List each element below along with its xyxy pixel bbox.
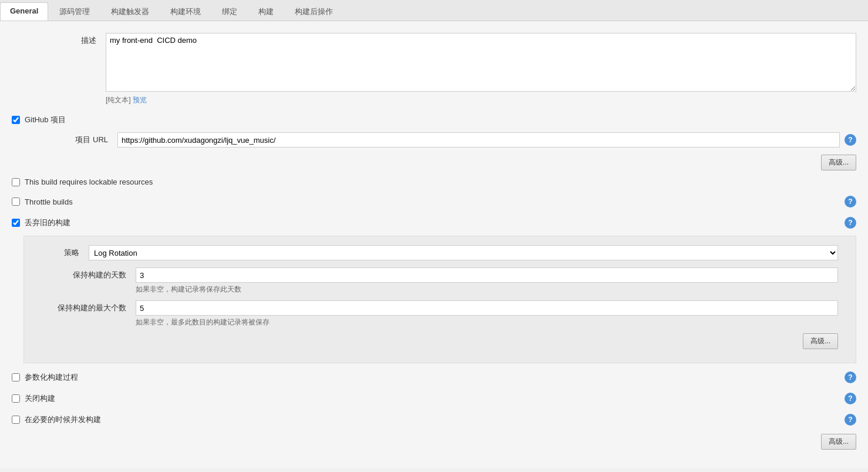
lockable-row: This build requires lockable resources [12, 175, 856, 189]
description-row: 描述 [纯文本] 预览 [12, 33, 856, 105]
tab-post-build[interactable]: 构建后操作 [285, 2, 343, 21]
concurrent-checkbox[interactable] [12, 416, 20, 424]
max-input[interactable] [136, 300, 838, 316]
project-url-row: 项目 URL ? [23, 132, 856, 148]
description-preview-links: [纯文本] 预览 [106, 95, 856, 105]
lockable-label[interactable]: This build requires lockable resources [25, 178, 153, 186]
disable-build-help-icon[interactable]: ? [845, 393, 856, 404]
strategy-label: 策略 [42, 247, 89, 258]
preview-link[interactable]: 预览 [133, 96, 147, 104]
max-row: 保持构建的最大个数 如果非空，最多此数目的构建记录将被保存 [42, 300, 838, 327]
project-url-label: 项目 URL [23, 132, 117, 145]
advanced-button[interactable]: 高级... [821, 155, 856, 170]
throttle-label[interactable]: Throttle builds [25, 197, 73, 206]
days-hint: 如果非空，构建记录将保存此天数 [136, 284, 838, 294]
tab-build-environment[interactable]: 构建环境 [160, 2, 211, 21]
tab-bar: General 源码管理 构建触发器 构建环境 绑定 构建 构建后操作 [0, 0, 868, 21]
disable-build-label[interactable]: 关闭构建 [25, 393, 55, 404]
url-help-icon[interactable]: ? [845, 134, 856, 146]
lockable-checkbox[interactable] [12, 178, 20, 186]
parameterized-label[interactable]: 参数化构建过程 [25, 372, 78, 383]
days-control: 如果非空，构建记录将保存此天数 [136, 267, 838, 294]
url-input-row: ? [117, 132, 856, 148]
tab-build[interactable]: 构建 [248, 2, 284, 21]
max-label: 保持构建的最大个数 [42, 300, 136, 313]
advanced-button-row: 高级... [12, 155, 856, 170]
max-hint: 如果非空，最多此数目的构建记录将被保存 [136, 317, 838, 327]
strategy-select[interactable]: Log Rotation [89, 245, 838, 260]
bottom-advanced-button-row: 高级... [12, 434, 856, 450]
bottom-advanced-button[interactable]: 高级... [821, 434, 856, 450]
days-label: 保持构建的天数 [42, 267, 136, 280]
concurrent-label[interactable]: 在必要的时候并发构建 [25, 414, 101, 425]
project-url-control: ? [117, 132, 856, 148]
tab-general[interactable]: General [0, 2, 48, 21]
description-textarea[interactable] [106, 33, 856, 92]
disable-build-row: 关闭构建 ? [12, 390, 856, 407]
discard-advanced-button-row: 高级... [42, 333, 838, 349]
github-project-label[interactable]: GitHub 项目 [25, 115, 66, 125]
parameterized-help-icon[interactable]: ? [845, 371, 856, 383]
discard-subsection: 策略 Log Rotation 保持构建的天数 如果非空，构建记录将保存此天数 … [23, 236, 856, 363]
concurrent-row: 在必要的时候并发构建 ? [12, 411, 856, 428]
discard-row: 丢弃旧的构建 ? [12, 215, 856, 231]
github-project-row: GitHub 项目 [12, 112, 856, 128]
throttle-help-icon[interactable]: ? [845, 196, 856, 207]
discard-label[interactable]: 丢弃旧的构建 [25, 217, 70, 228]
description-label: 描述 [12, 33, 106, 46]
throttle-checkbox[interactable] [12, 197, 20, 206]
discard-advanced-button[interactable]: 高级... [803, 333, 838, 349]
tab-build-triggers[interactable]: 构建触发器 [101, 2, 159, 21]
tab-source-management[interactable]: 源码管理 [49, 2, 100, 21]
parameterized-checkbox[interactable] [12, 373, 20, 381]
strategy-control: Log Rotation [89, 245, 838, 260]
days-input[interactable] [136, 267, 838, 283]
strategy-row: 策略 Log Rotation [42, 245, 838, 260]
project-url-input[interactable] [117, 132, 840, 148]
throttle-row: Throttle builds ? [12, 193, 856, 210]
general-tab-content: 描述 [纯文本] 预览 GitHub 项目 项目 URL ? 高级... Thi… [0, 21, 868, 468]
github-project-checkbox[interactable] [12, 116, 20, 124]
parameterized-row: 参数化构建过程 ? [12, 369, 856, 386]
max-control: 如果非空，最多此数目的构建记录将被保存 [136, 300, 838, 327]
days-row: 保持构建的天数 如果非空，构建记录将保存此天数 [42, 267, 838, 294]
discard-checkbox[interactable] [12, 219, 20, 227]
disable-build-checkbox[interactable] [12, 394, 20, 403]
concurrent-help-icon[interactable]: ? [845, 414, 856, 426]
plain-text-label: [纯文本] [106, 96, 131, 104]
description-control: [纯文本] 预览 [106, 33, 856, 105]
discard-help-icon[interactable]: ? [845, 217, 856, 229]
tab-bindings[interactable]: 绑定 [212, 2, 247, 21]
